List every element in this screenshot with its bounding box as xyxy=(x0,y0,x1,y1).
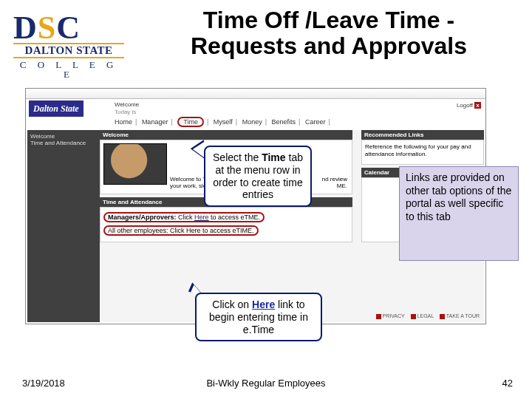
portal-footer-links: PRIVACY LEGAL TAKE A TOUR xyxy=(372,313,480,319)
footer-link-privacy[interactable]: PRIVACY xyxy=(383,313,405,318)
welcome-user: Welcome xyxy=(115,101,139,108)
today-label: Today is xyxy=(115,109,136,115)
rec-links-heading: Recommended Links xyxy=(361,130,484,140)
ta-row-managers: Managers/Approvers: Click Here to access… xyxy=(103,211,349,224)
close-icon[interactable]: x xyxy=(474,102,481,109)
callout-time-tab: Select the Time tab at the menu row in o… xyxy=(204,146,312,207)
tab-time[interactable]: Time xyxy=(177,117,204,127)
sidebar-link-ta[interactable]: Time and Attendance xyxy=(30,140,97,146)
logo-letter-s: S xyxy=(38,12,55,44)
tab-career[interactable]: Career xyxy=(305,118,326,126)
tab-benefits[interactable]: Benefits xyxy=(272,118,296,126)
ta-row-employees: All other employees: Click Here to acces… xyxy=(103,224,349,237)
tab-home[interactable]: Home xyxy=(115,118,132,126)
logo-letter-d: D xyxy=(13,12,37,44)
logout-link[interactable]: Logoffx xyxy=(457,102,481,109)
footer-link-legal[interactable]: LEGAL xyxy=(417,313,434,318)
logo-line2: C O L L E G E xyxy=(13,60,124,79)
tab-money[interactable]: Money xyxy=(242,118,262,126)
footer-link-tour[interactable]: TAKE A TOUR xyxy=(446,313,480,318)
welcome-text-tail: nd review ME. xyxy=(322,176,347,189)
tab-manager[interactable]: Manager xyxy=(142,118,168,126)
top-menu: Home| Manager| Time| Myself| Money| Bene… xyxy=(115,118,333,129)
callout-here-link: Click on Here link to begin entering tim… xyxy=(195,293,322,341)
tab-myself[interactable]: Myself xyxy=(214,118,233,126)
portal-brand: Dalton State xyxy=(29,100,83,117)
rec-links-body: Reference the following for your pay and… xyxy=(361,140,484,165)
footer-mid: Bi-Wkly Regular Employees xyxy=(0,378,532,389)
welcome-image xyxy=(103,143,167,185)
here-link-managers[interactable]: Here xyxy=(194,214,209,221)
logo-line1: DALTON STATE xyxy=(13,43,124,58)
sidebar-link-welcome[interactable]: Welcome xyxy=(30,133,97,140)
left-sidebar: Welcome Time and Attendance xyxy=(27,130,100,322)
page-number: 42 xyxy=(502,378,513,389)
callout-links-note: Links are provided on other tab options … xyxy=(399,166,519,261)
dsc-logo: D S C DALTON STATE C O L L E G E xyxy=(13,12,124,79)
slide-title: Time Off /Leave Time - Requests and Appr… xyxy=(148,7,510,59)
logo-letter-c: C xyxy=(56,12,80,44)
welcome-heading: Welcome xyxy=(100,130,352,140)
